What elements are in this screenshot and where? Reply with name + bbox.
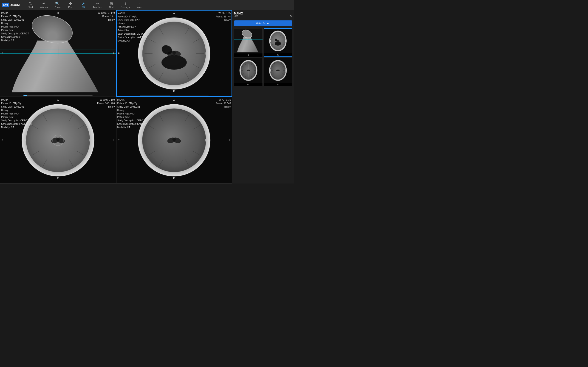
viewer-grid: MANIX Patient ID: 7Thjq7g Study Date: 20… — [0, 10, 232, 184]
window-icon: ☀ — [42, 1, 45, 6]
3d-label: 3D — [82, 6, 85, 8]
thumbnail-item-1[interactable]: 48 — [264, 28, 292, 57]
vp-label-top-0: H — [57, 12, 59, 15]
grid-icon: ⊞ — [110, 1, 113, 6]
vp-label-bottom-3: P — [173, 177, 175, 180]
zoom-label: Zoom — [54, 6, 61, 8]
vp-label-top-1: A — [173, 12, 175, 15]
viewport-vp-tr[interactable]: MANIX Patient ID: 7Thjq7g Study Date: 20… — [116, 10, 232, 97]
toolbar-item-overlays[interactable]: ℹ Overlays — [118, 0, 132, 9]
sidebar: MANIX dPJ ✕ Write Report 14846048 — [232, 10, 294, 184]
toolbar-item-window[interactable]: ☀ Window — [37, 0, 51, 9]
annotate-icon: ✏ — [96, 1, 99, 6]
overlays-icon: ℹ — [124, 1, 126, 6]
scrollbar-thumb-1 — [140, 95, 170, 95]
toolbar: box DICOM ⇅ Stack ☀ Window 🔍 Zoom ✥ Pan … — [0, 0, 294, 10]
toolbar-item-pan[interactable]: ✥ Pan — [64, 0, 77, 9]
vp-label-left-1: R — [118, 52, 120, 55]
logo-box: box — [2, 3, 9, 7]
window-label: Window — [40, 6, 48, 8]
vp-label-right-3: L — [229, 139, 230, 142]
vp-label-top-2: A — [57, 99, 59, 101]
sidebar-close-button[interactable]: ✕ — [289, 14, 292, 17]
write-report-button[interactable]: Write Report — [234, 20, 292, 26]
thumbnail-label-0: 1 — [234, 53, 262, 57]
thumbnail-item-0[interactable]: 1 — [234, 28, 263, 57]
scrollbar-thumb-2 — [23, 182, 75, 182]
toolbar-item-annotate[interactable]: ✏ Annotate — [90, 0, 104, 9]
toolbar-item-stack[interactable]: ⇅ Stack — [24, 0, 37, 9]
sidebar-subtitle: dPJ — [234, 15, 243, 18]
zoom-icon: 🔍 — [55, 1, 60, 6]
vp-label-right-0: P — [112, 52, 114, 55]
thumbnail-canvas-3 — [264, 58, 292, 83]
toolbar-item-more[interactable]: ··· More — [133, 1, 145, 9]
sidebar-title: MANIX — [234, 12, 243, 15]
toolbar-item-grid[interactable]: ⊞ Grid — [105, 0, 117, 9]
vp-label-bottom-2: P — [57, 177, 59, 180]
main-layout: MANIX Patient ID: 7Thjq7g Study Date: 20… — [0, 10, 294, 184]
toolbar-item-zoom[interactable]: 🔍 Zoom — [51, 0, 64, 9]
thumbnail-grid: 14846048 — [234, 28, 292, 86]
annotate-label: Annotate — [93, 6, 102, 8]
vp-label-left-0: A — [2, 52, 3, 55]
scrollbar-0[interactable] — [23, 95, 93, 96]
stack-label: Stack — [27, 6, 33, 8]
thumbnail-item-2[interactable]: 460 — [234, 58, 263, 86]
3d-icon: ↗ — [82, 1, 85, 6]
thumbnail-label-3: 48 — [264, 83, 292, 86]
scrollbar-2[interactable] — [23, 182, 93, 182]
pan-icon: ✥ — [69, 1, 72, 6]
scrollbar-1[interactable] — [140, 95, 208, 95]
thumbnail-canvas-1 — [264, 29, 292, 53]
thumbnail-canvas-0 — [234, 28, 262, 53]
thumbnail-item-3[interactable]: 48 — [264, 58, 292, 86]
vp-label-left-2: R — [2, 139, 3, 142]
thumbnail-label-1: 48 — [264, 53, 292, 56]
thumbnail-canvas-2 — [234, 58, 262, 83]
viewport-vp-bl[interactable]: MANIX Patient ID: 7Thjq7g Study Date: 20… — [0, 97, 116, 184]
vp-label-right-2: L — [113, 139, 114, 142]
app-logo: box DICOM — [2, 3, 20, 7]
viewport-canvas-1 — [117, 10, 232, 96]
scrollbar-thumb-3 — [139, 182, 170, 182]
sidebar-header: MANIX dPJ ✕ — [234, 12, 292, 19]
overlays-label: Overlays — [121, 6, 130, 8]
viewport-canvas-3 — [116, 97, 232, 184]
toolbar-items: ⇅ Stack ☀ Window 🔍 Zoom ✥ Pan ↗ 3D ✏ Ann… — [24, 0, 292, 9]
grid-label: Grid — [109, 6, 113, 8]
more-icon: ··· — [138, 2, 141, 6]
more-label: More — [137, 6, 142, 8]
scrollbar-3[interactable] — [139, 182, 209, 182]
crosshair-v-0 — [58, 10, 58, 97]
stack-icon: ⇅ — [29, 1, 32, 6]
vp-label-top-3: A — [173, 99, 175, 101]
crosshair-v-2 — [58, 97, 58, 184]
scrollbar-thumb-0 — [23, 95, 27, 96]
toolbar-item-3d[interactable]: ↗ 3D — [77, 0, 89, 9]
vp-label-right-1: L — [229, 52, 230, 55]
viewport-vp-tl[interactable]: MANIX Patient ID: 7Thjq7g Study Date: 20… — [0, 10, 116, 97]
vp-label-left-3: R — [118, 139, 120, 142]
vp-label-bottom-1: P — [173, 90, 175, 93]
pan-label: Pan — [68, 6, 72, 8]
thumbnail-label-2: 460 — [234, 83, 262, 86]
viewport-vp-br[interactable]: MANIX Patient ID: 7Thjq7g Study Date: 20… — [116, 97, 232, 184]
logo-dicom: DICOM — [10, 3, 19, 7]
